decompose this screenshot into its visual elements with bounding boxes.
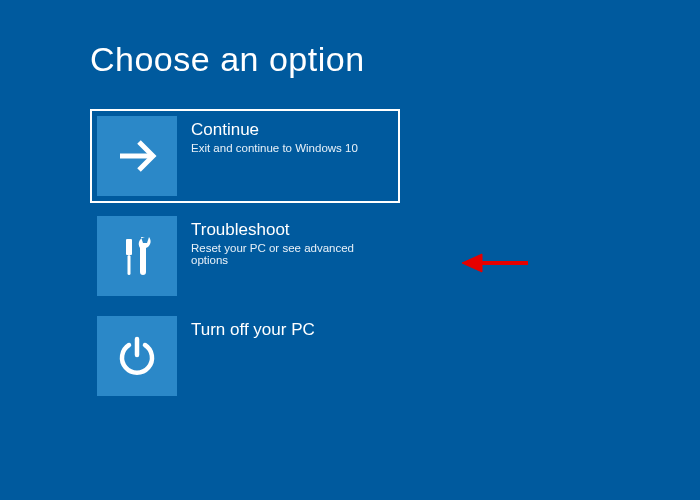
page-title: Choose an option: [90, 40, 700, 79]
arrow-right-icon: [97, 116, 177, 196]
option-text: Troubleshoot Reset your PC or see advanc…: [177, 216, 393, 266]
option-label: Troubleshoot: [191, 220, 393, 240]
option-label: Continue: [191, 120, 358, 140]
annotation-arrow-icon: [460, 248, 530, 278]
option-troubleshoot[interactable]: Troubleshoot Reset your PC or see advanc…: [90, 209, 400, 303]
option-description: Reset your PC or see advanced options: [191, 242, 393, 266]
option-text: Turn off your PC: [177, 316, 315, 340]
boot-options-screen: Choose an option Continue Exit and conti…: [0, 0, 700, 403]
power-icon: [97, 316, 177, 396]
option-text: Continue Exit and continue to Windows 10: [177, 116, 358, 154]
svg-marker-5: [462, 254, 482, 272]
option-description: Exit and continue to Windows 10: [191, 142, 358, 154]
option-continue[interactable]: Continue Exit and continue to Windows 10: [90, 109, 400, 203]
tools-icon: [97, 216, 177, 296]
svg-rect-2: [128, 255, 131, 275]
svg-rect-1: [126, 239, 132, 255]
options-list: Continue Exit and continue to Windows 10: [90, 109, 700, 403]
option-turn-off[interactable]: Turn off your PC: [90, 309, 400, 403]
option-label: Turn off your PC: [191, 320, 315, 340]
